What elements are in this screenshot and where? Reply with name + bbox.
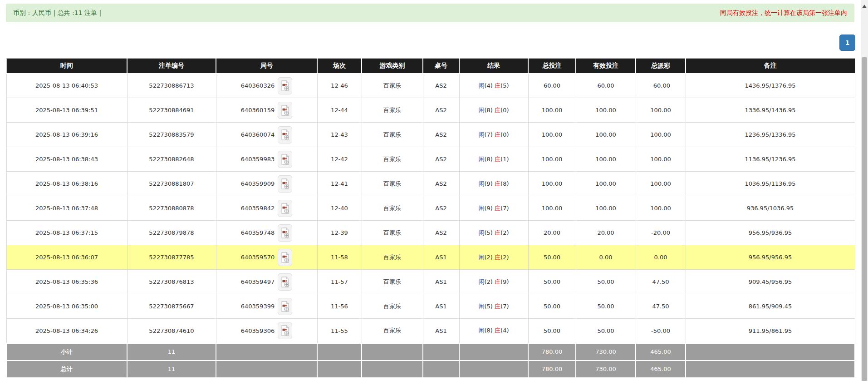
cell-round-no: 640359399: [216, 294, 317, 319]
cell-round-no: 640359909: [216, 172, 317, 196]
cell-round-no: 640360159: [216, 98, 317, 123]
summary-valid-bet: 730.00: [576, 343, 636, 361]
table-row: 2025-08-13 06:37:48 522730880878 6403598…: [6, 196, 855, 221]
scroll-up-arrow-icon[interactable]: [862, 5, 867, 8]
cell-bet-id: 522730875667: [127, 294, 216, 319]
round-number: 640360159: [241, 107, 275, 114]
betting-records-page: 币别：人民币 | 总共 :11 注单 | 同局有效投注，统一计算在该局第一张注单…: [0, 0, 868, 381]
scrollbar[interactable]: [861, 0, 868, 381]
result-player-score: (8): [485, 327, 493, 334]
round-number: 640359497: [241, 278, 275, 285]
cell-table-no: AS1: [423, 245, 459, 270]
video-replay-icon: [281, 105, 289, 116]
cell-session: 12-46: [317, 74, 362, 98]
cell-result: 闲(2) 庄(9): [459, 270, 528, 294]
cell-session: 12-44: [317, 98, 362, 123]
cell-bet-id: 522730874610: [127, 319, 216, 343]
result-player-score: (5): [485, 303, 493, 310]
cell-remark: 936.95/1036.95: [686, 196, 855, 221]
table-row: 2025-08-13 06:39:51 522730884691 6403601…: [6, 98, 855, 123]
cell-bet-id: 522730882648: [127, 147, 216, 172]
cell-payout: 47.50: [636, 270, 686, 294]
cell-round-no: 640360326: [216, 74, 317, 98]
result-banker-score: (8): [500, 180, 509, 187]
header-row: 时间注单编号局号场次游戏类别桌号结果总投注有效投注总派彩备注: [6, 59, 855, 74]
cell-remark: 861.95/909.45: [686, 294, 855, 319]
cell-time: 2025-08-13 06:39:16: [6, 123, 127, 147]
cell-bet-id: 522730876813: [127, 270, 216, 294]
cell-bet-id: 522730883579: [127, 123, 216, 147]
table-body: 2025-08-13 06:40:53 522730886713 6403603…: [6, 74, 855, 378]
video-replay-button[interactable]: [278, 126, 292, 143]
cell-result: 闲(8) 庄(0): [459, 98, 528, 123]
cell-table-no: AS2: [423, 147, 459, 172]
column-header: 总投注: [528, 59, 576, 74]
cell-payout: -60.00: [636, 74, 686, 98]
cell-time: 2025-08-13 06:37:48: [6, 196, 127, 221]
summary-label: 小计: [6, 343, 127, 361]
video-replay-icon: [281, 178, 289, 189]
cell-result: 闲(5) 庄(7): [459, 294, 528, 319]
video-replay-icon: [281, 203, 289, 214]
cell-time: 2025-08-13 06:35:36: [6, 270, 127, 294]
result-player-label: 闲: [479, 229, 485, 236]
cell-game-type: 百家乐: [362, 74, 423, 98]
pagination-page-1-button[interactable]: 1: [839, 35, 855, 51]
result-banker-score: (2): [500, 229, 509, 236]
video-replay-button[interactable]: [278, 151, 292, 168]
video-replay-button[interactable]: [278, 102, 292, 119]
video-replay-button[interactable]: [278, 273, 292, 291]
cell-table-no: AS2: [423, 221, 459, 245]
video-replay-button[interactable]: [278, 249, 292, 266]
currency-summary-text: 币别：人民币 | 总共 :11 注单 |: [13, 9, 101, 17]
cell-total-bet: 60.00: [528, 74, 576, 98]
round-number: 640359306: [241, 327, 275, 334]
result-banker-label: 庄: [495, 156, 500, 163]
cell-table-no: AS2: [423, 196, 459, 221]
video-replay-icon: [281, 80, 289, 91]
cell-remark: 1436.95/1376.95: [686, 74, 855, 98]
table-row: 2025-08-13 06:38:16 522730881807 6403599…: [6, 172, 855, 196]
cell-round-no: 640359983: [216, 147, 317, 172]
cell-total-bet: 100.00: [528, 172, 576, 196]
result-banker-label: 庄: [495, 131, 500, 138]
video-replay-button[interactable]: [278, 224, 292, 242]
result-banker-score: (0): [500, 107, 509, 114]
cell-payout: 100.00: [636, 196, 686, 221]
result-banker-label: 庄: [495, 107, 500, 114]
round-number: 640360326: [241, 82, 275, 89]
result-player-label: 闲: [479, 303, 485, 310]
summary-payout: 465.00: [636, 361, 686, 378]
cell-game-type: 百家乐: [362, 221, 423, 245]
result-banker-label: 庄: [495, 254, 500, 261]
result-player-label: 闲: [479, 131, 485, 138]
cell-round-no: 640360074: [216, 123, 317, 147]
round-number: 640359983: [241, 156, 275, 163]
summary-count: 11: [127, 343, 216, 361]
video-replay-button[interactable]: [278, 298, 292, 315]
summary-total-bet: 780.00: [528, 361, 576, 378]
result-banker-score: (5): [500, 82, 509, 89]
video-replay-button[interactable]: [278, 200, 292, 217]
cell-remark: 956.95/936.95: [686, 221, 855, 245]
cell-round-no: 640359748: [216, 221, 317, 245]
scrollbar-thumb[interactable]: [862, 57, 867, 381]
cell-bet-id: 522730886713: [127, 74, 216, 98]
cell-game-type: 百家乐: [362, 270, 423, 294]
cell-game-type: 百家乐: [362, 172, 423, 196]
cell-result: 闲(5) 庄(2): [459, 221, 528, 245]
cell-time: 2025-08-13 06:37:15: [6, 221, 127, 245]
cell-total-bet: 100.00: [528, 98, 576, 123]
cell-table-no: AS2: [423, 74, 459, 98]
video-replay-button[interactable]: [278, 322, 292, 339]
cell-payout: -20.00: [636, 221, 686, 245]
cell-table-no: AS2: [423, 172, 459, 196]
cell-table-no: AS1: [423, 270, 459, 294]
cell-valid-bet: 20.00: [576, 221, 636, 245]
video-replay-icon: [281, 301, 289, 312]
video-replay-button[interactable]: [278, 175, 292, 193]
cell-time: 2025-08-13 06:36:07: [6, 245, 127, 270]
column-header: 游戏类别: [362, 59, 423, 74]
cell-valid-bet: 100.00: [576, 147, 636, 172]
video-replay-button[interactable]: [278, 77, 292, 94]
